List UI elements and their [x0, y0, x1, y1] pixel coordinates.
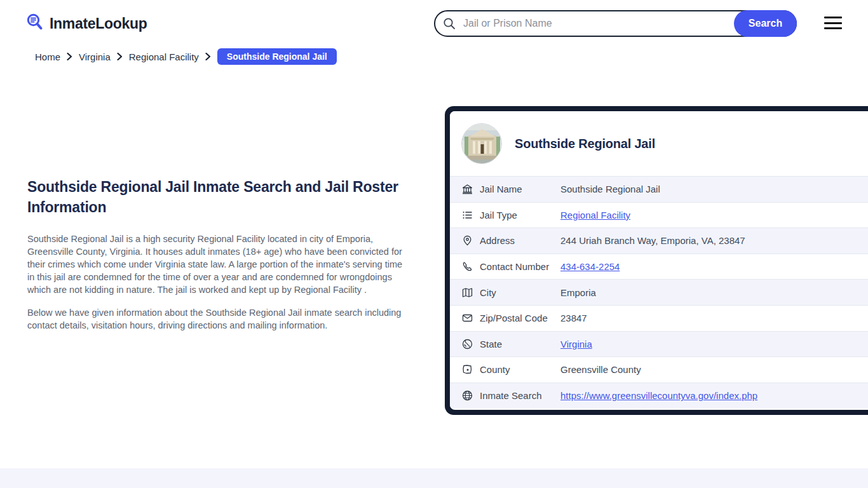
intro-paragraph: Southside Regional Jail is a high securi… [27, 233, 409, 296]
map-icon [461, 287, 473, 298]
row-label: Contact Number [480, 261, 560, 272]
bank-icon [461, 184, 473, 194]
state-link[interactable]: Virginia [560, 339, 592, 349]
card-title: Southside Regional Jail [515, 137, 655, 151]
search-icon [443, 17, 456, 32]
row-value: Emporia [560, 287, 596, 298]
contact-number-link[interactable]: 434-634-2254 [560, 261, 620, 272]
table-row-state: State Virginia [450, 331, 868, 357]
table-row-zip: Zip/Postal Code 23847 [450, 305, 868, 331]
row-label: Zip/Postal Code [480, 313, 560, 323]
table-row-inmate-search: Inmate Search https://www.greensvillecou… [450, 383, 868, 409]
search-form: Search [434, 10, 797, 37]
jail-type-link[interactable]: Regional Facility [560, 210, 630, 220]
table-row-jail-name: Jail Name Southside Regional Jail [450, 176, 868, 202]
row-label: County [480, 364, 560, 375]
table-row-county: County Greensville County [450, 356, 868, 383]
county-map-icon [461, 364, 473, 375]
row-label: Address [480, 235, 560, 246]
row-label: Jail Name [480, 184, 560, 194]
page: InmateLookup Search Home Virginia Region… [0, 0, 868, 488]
search-button[interactable]: Search [734, 10, 797, 37]
chevron-right-icon [205, 53, 211, 60]
row-value: 244 Uriah Branch Way, Emporia, VA, 23847 [560, 235, 745, 246]
row-label: State [480, 339, 560, 349]
info-paragraph: Below we have given information about th… [27, 306, 409, 332]
table-row-contact: Contact Number 434-634-2254 [450, 254, 868, 280]
globe-grid-icon [461, 390, 473, 401]
table-row-city: City Emporia [450, 279, 868, 305]
row-label: Jail Type [480, 210, 560, 220]
breadcrumb-current-badge: Southside Regional Jail [217, 48, 337, 65]
globe-icon [461, 339, 473, 349]
list-icon [461, 210, 473, 220]
envelope-icon [461, 313, 473, 323]
jail-photo [461, 123, 502, 164]
map-pin-icon [461, 235, 473, 246]
magnifier-lines-icon [25, 13, 44, 34]
card-header: Southside Regional Jail [450, 111, 868, 176]
row-value: Southside Regional Jail [560, 184, 660, 194]
row-value: Greensville County [560, 364, 641, 375]
phone-icon [461, 261, 473, 272]
chevron-right-icon [67, 53, 72, 60]
table-row-address: Address 244 Uriah Branch Way, Emporia, V… [450, 227, 868, 254]
row-value: 23847 [560, 313, 587, 323]
menu-icon[interactable] [824, 17, 842, 29]
brand-name: InmateLookup [50, 15, 147, 32]
footer-strip [0, 468, 868, 488]
top-header: InmateLookup Search [0, 0, 868, 44]
page-title: Southside Regional Jail Inmate Search an… [27, 177, 409, 217]
jail-info-card: Southside Regional Jail Jail Name Souths… [445, 106, 868, 415]
brand-logo[interactable]: InmateLookup [25, 13, 147, 34]
breadcrumb-state[interactable]: Virginia [79, 51, 111, 62]
chevron-right-icon [117, 53, 123, 60]
row-label: City [480, 287, 560, 298]
breadcrumb: Home Virginia Regional Facility Southsid… [35, 48, 337, 65]
table-row-jail-type: Jail Type Regional Facility [450, 202, 868, 228]
breadcrumb-home[interactable]: Home [35, 51, 60, 62]
row-label: Inmate Search [480, 390, 560, 401]
inmate-search-link[interactable]: https://www.greensvillecountyva.gov/inde… [560, 390, 757, 401]
article: Southside Regional Jail Inmate Search an… [27, 177, 409, 342]
breadcrumb-type[interactable]: Regional Facility [129, 51, 199, 62]
jail-details-table: Jail Name Southside Regional Jail Jail T… [450, 176, 868, 408]
